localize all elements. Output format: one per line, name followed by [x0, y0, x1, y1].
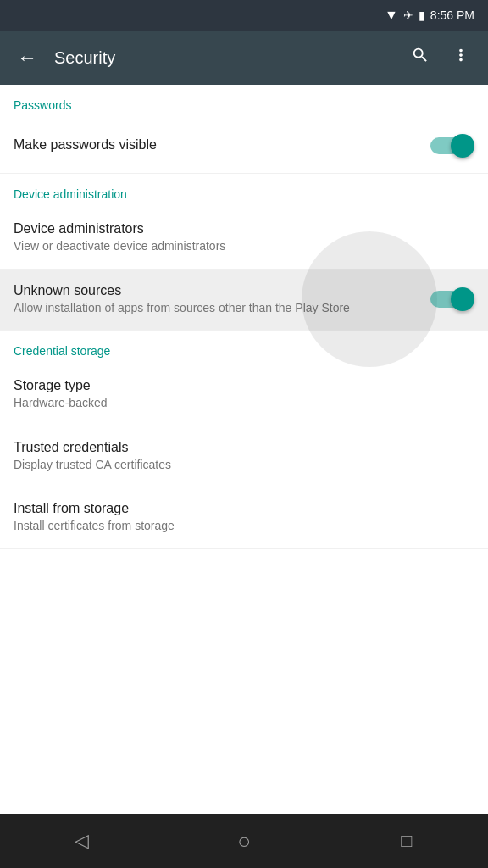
item-subtitle-install-from-storage: Install certificates from storage	[14, 518, 474, 535]
section-header-device-administration: Device administration	[0, 174, 488, 208]
page-title: Security	[54, 48, 400, 68]
item-subtitle-unknown-sources: Allow installation of apps from sources …	[14, 300, 417, 317]
nav-back-icon: ◁	[75, 830, 89, 852]
settings-item-install-from-storage[interactable]: Install from storage Install certificate…	[0, 487, 488, 549]
item-title-unknown-sources: Unknown sources	[14, 283, 417, 298]
item-title-trusted-credentials: Trusted credentials	[14, 440, 474, 455]
item-title-device-administrators: Device administrators	[14, 221, 474, 236]
nav-bar: ◁ ○ □	[0, 814, 488, 868]
nav-recent-icon: □	[401, 830, 412, 852]
back-button[interactable]: ←	[7, 37, 47, 78]
item-title-make-passwords-visible: Make passwords visible	[14, 137, 417, 153]
settings-item-trusted-credentials[interactable]: Trusted credentials Display trusted CA c…	[0, 426, 488, 488]
status-bar: ▼ ✈ ▮ 8:56 PM	[0, 0, 488, 31]
item-subtitle-device-administrators: View or deactivate device administrators	[14, 238, 474, 255]
section-header-credential-storage: Credential storage	[0, 331, 488, 364]
search-icon	[411, 46, 430, 70]
more-icon	[452, 46, 470, 70]
settings-item-unknown-sources[interactable]: Unknown sources Allow installation of ap…	[0, 270, 488, 331]
status-time: 8:56 PM	[430, 8, 474, 22]
airplane-icon: ✈	[403, 8, 413, 22]
app-bar: ← Security	[0, 31, 488, 85]
content-area: Passwords Make passwords visible Device …	[0, 85, 488, 814]
back-icon: ←	[17, 46, 37, 70]
item-title-storage-type: Storage type	[14, 378, 474, 393]
search-button[interactable]	[400, 37, 441, 78]
wifi-icon: ▼	[385, 8, 398, 23]
item-title-install-from-storage: Install from storage	[14, 501, 474, 516]
toggle-unknown-sources[interactable]	[430, 286, 474, 313]
nav-back-button[interactable]: ◁	[47, 821, 115, 861]
settings-item-make-passwords-visible[interactable]: Make passwords visible	[0, 119, 488, 174]
nav-recent-button[interactable]: □	[373, 821, 441, 861]
toggle-make-passwords-visible[interactable]	[430, 132, 474, 159]
item-subtitle-trusted-credentials: Display trusted CA certificates	[14, 457, 474, 474]
status-icons: ▼ ✈ ▮ 8:56 PM	[385, 8, 474, 23]
toggle-thumb-unknown	[451, 287, 474, 311]
toggle-thumb	[451, 134, 474, 158]
settings-item-device-administrators[interactable]: Device administrators View or deactivate…	[0, 208, 488, 270]
item-subtitle-storage-type: Hardware-backed	[14, 395, 474, 412]
app-bar-actions	[400, 37, 481, 78]
section-header-passwords: Passwords	[0, 85, 488, 119]
nav-home-icon: ○	[237, 828, 251, 854]
settings-item-storage-type[interactable]: Storage type Hardware-backed	[0, 364, 488, 426]
battery-icon: ▮	[419, 8, 425, 22]
nav-home-button[interactable]: ○	[210, 821, 278, 861]
more-options-button[interactable]	[441, 37, 481, 78]
